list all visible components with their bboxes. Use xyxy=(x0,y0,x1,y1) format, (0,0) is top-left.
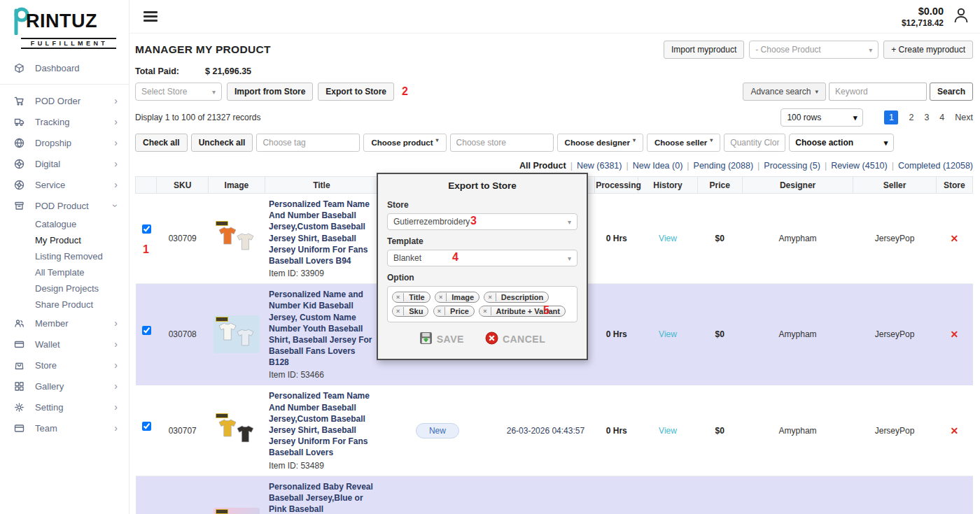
option-chip-title[interactable]: ×Title xyxy=(392,292,430,303)
tab-new-idea[interactable]: New Idea (0) xyxy=(629,161,687,171)
option-chip-attribute-variant[interactable]: ×Atribute + Variant xyxy=(479,306,566,317)
remove-chip-icon[interactable]: × xyxy=(393,307,404,315)
check-all-button[interactable]: Check all xyxy=(135,134,188,152)
sidebar-item-share-product[interactable]: Share Product xyxy=(0,297,129,313)
header-designer: Designer xyxy=(742,177,853,194)
remove-chip-icon[interactable]: × xyxy=(434,307,445,315)
export-options-box[interactable]: ×Title ×Image ×Description ×Sku ×Price ×… xyxy=(387,286,578,322)
tab-review[interactable]: Review (4510) xyxy=(827,161,892,171)
cancel-button[interactable]: CANCEL xyxy=(485,331,545,347)
tab-completed[interactable]: Completed (12058) xyxy=(894,161,977,171)
sidebar-submenu-pod-product: Catalogue My Product Listing Removed All… xyxy=(0,216,129,313)
remove-chip-icon[interactable]: × xyxy=(435,293,447,301)
chevron-right-icon: › xyxy=(114,180,118,190)
tab-pending[interactable]: Pending (2088) xyxy=(690,161,757,171)
product-image[interactable] xyxy=(214,220,260,257)
sidebar-item-wallet[interactable]: Wallet › xyxy=(0,334,129,355)
choose-seller-filter-button[interactable]: Choose seller ▾ xyxy=(647,134,720,152)
sidebar-item-dropship[interactable]: Dropship › xyxy=(0,132,129,153)
chevron-right-icon: › xyxy=(114,339,118,349)
option-chip-sku[interactable]: ×Sku xyxy=(392,306,428,317)
user-icon[interactable] xyxy=(952,6,970,27)
sidebar-item-service[interactable]: Service › xyxy=(0,174,129,195)
balance-secondary: $12,718.42 xyxy=(902,18,944,28)
row-checkbox[interactable] xyxy=(142,326,151,335)
product-title[interactable]: Personalized Team Name And Number Baseba… xyxy=(269,390,376,458)
sidebar-item-tracking[interactable]: Tracking › xyxy=(0,111,129,132)
sidebar-item-pod-order[interactable]: POD Order › xyxy=(0,90,129,111)
caret-down-icon: ▾ xyxy=(633,137,636,143)
row-checkbox[interactable] xyxy=(142,422,151,431)
header-sku: SKU xyxy=(157,177,209,194)
view-history-link[interactable]: View xyxy=(659,234,677,243)
tab-new[interactable]: New (6381) xyxy=(573,161,626,171)
header-history: History xyxy=(638,177,697,194)
page-1-button[interactable]: 1 xyxy=(884,110,898,124)
view-history-link[interactable]: View xyxy=(659,426,677,436)
chevron-right-icon: › xyxy=(114,117,118,127)
option-chip-price[interactable]: ×Price xyxy=(433,306,475,317)
save-button[interactable]: SAVE xyxy=(419,331,464,347)
delete-button[interactable]: ✕ xyxy=(951,233,959,244)
choose-tag-input[interactable] xyxy=(256,134,360,152)
page-2-button[interactable]: 2 xyxy=(909,113,913,122)
logo[interactable]: RINTUZ FULFILLMENT xyxy=(0,6,129,49)
sidebar-item-catalogue[interactable]: Catalogue xyxy=(0,216,129,232)
export-to-store-button[interactable]: Export to Store xyxy=(318,83,394,101)
page-4-button[interactable]: 4 xyxy=(939,113,944,122)
sidebar-item-listing-removed[interactable]: Listing Removed xyxy=(0,248,129,264)
option-chip-description[interactable]: ×Description xyxy=(484,292,549,303)
next-page-button[interactable]: Next xyxy=(955,113,973,122)
choose-product-filter-button[interactable]: Choose product ▾ xyxy=(363,134,446,152)
export-to-store-modal: Export to Store Store Gutierrezembroider… xyxy=(377,173,588,360)
annotation-2: 2 xyxy=(402,86,408,97)
row-checkbox[interactable] xyxy=(142,224,151,234)
quantity-clone-input[interactable] xyxy=(724,134,785,152)
sidebar-item-my-product[interactable]: My Product xyxy=(0,232,129,248)
advance-search-button[interactable]: Advance search ▾ xyxy=(743,83,826,101)
import-myproduct-button[interactable]: Import myproduct xyxy=(664,41,744,59)
page-3-button[interactable]: 3 xyxy=(924,113,929,122)
sidebar-item-team[interactable]: Team › xyxy=(0,417,129,438)
choose-action-select[interactable]: Choose action ▾ xyxy=(789,134,894,152)
modal-template-select[interactable]: Blanket 4 ▾ xyxy=(387,250,578,266)
sidebar-item-gallery[interactable]: Gallery › xyxy=(0,376,129,397)
keyword-input[interactable] xyxy=(829,83,927,101)
uncheck-all-button[interactable]: Uncheck all xyxy=(191,134,253,152)
create-myproduct-button[interactable]: + Create myproduct xyxy=(883,41,973,59)
sidebar-item-setting[interactable]: Setting › xyxy=(0,397,129,417)
select-store-dropdown[interactable]: Select Store ▾ xyxy=(135,83,222,101)
aperture-icon xyxy=(14,179,25,190)
product-title[interactable]: Personalized Team Name And Number Baseba… xyxy=(269,199,376,266)
tab-all-product[interactable]: All Product xyxy=(515,161,570,171)
hamburger-menu-icon[interactable] xyxy=(144,9,158,24)
delete-button[interactable]: ✕ xyxy=(951,425,959,436)
sidebar-item-all-template[interactable]: All Template xyxy=(0,264,129,280)
product-image[interactable] xyxy=(214,315,260,353)
delete-button[interactable]: ✕ xyxy=(951,329,959,340)
modal-store-select[interactable]: Gutierrezembroidery 3 ▾ xyxy=(387,213,578,230)
sidebar-item-store[interactable]: Store › xyxy=(0,355,129,376)
product-image[interactable] xyxy=(214,508,260,514)
search-button[interactable]: Search xyxy=(930,83,973,101)
option-chip-image[interactable]: ×Image xyxy=(435,292,479,303)
remove-chip-icon[interactable]: × xyxy=(484,293,496,301)
sidebar-item-digital[interactable]: Digital › xyxy=(0,153,129,174)
choose-product-select[interactable]: - Choose Product ▾ xyxy=(749,41,878,59)
import-from-store-button[interactable]: Import from Store xyxy=(227,83,313,101)
rows-per-page-select[interactable]: 100 rows ▾ xyxy=(780,108,863,127)
choose-designer-filter-button[interactable]: Choose designer ▾ xyxy=(557,134,643,152)
sidebar-item-pod-product[interactable]: POD Product › xyxy=(0,195,129,216)
sidebar-item-member[interactable]: Member › xyxy=(0,313,129,334)
sidebar-item-dashboard[interactable]: Dashboard xyxy=(0,57,129,78)
remove-chip-icon[interactable]: × xyxy=(479,307,491,315)
choose-store-input[interactable] xyxy=(450,134,554,152)
product-title[interactable]: Personalized Name and Number Kid Basebal… xyxy=(269,289,376,368)
product-title[interactable]: Personalized Baby Reveal Baseball Jersey… xyxy=(269,481,376,514)
sidebar-item-design-projects[interactable]: Design Projects xyxy=(0,280,129,297)
product-image[interactable] xyxy=(214,412,260,450)
view-history-link[interactable]: View xyxy=(659,329,677,339)
tab-processing[interactable]: Processing (5) xyxy=(760,161,825,171)
remove-chip-icon[interactable]: × xyxy=(393,293,404,301)
price: $0 xyxy=(697,385,742,476)
